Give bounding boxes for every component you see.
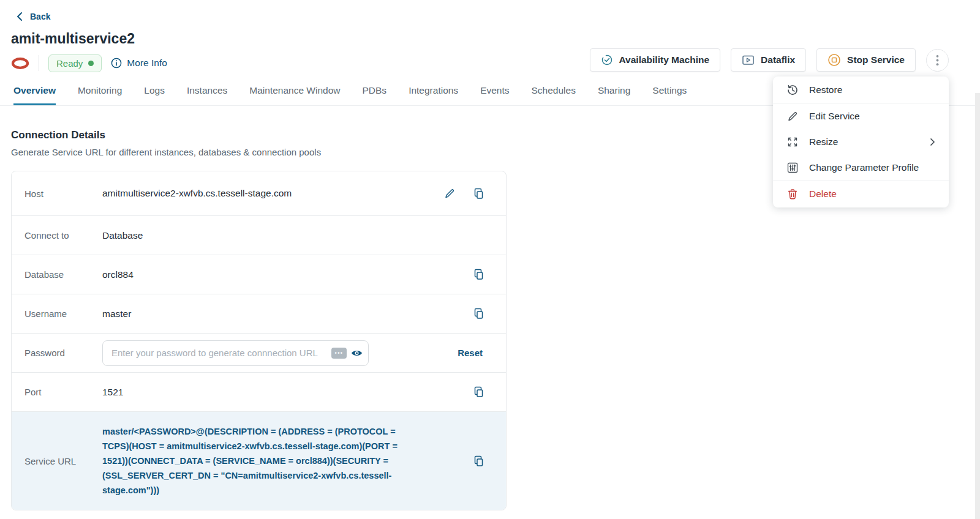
availability-machine-button[interactable]: Availability Machine [590, 48, 721, 72]
menu-item-restore-label: Restore [809, 84, 842, 95]
username-label: Username [12, 308, 102, 319]
tab-schedules[interactable]: Schedules [532, 85, 576, 105]
status-badge: Ready [48, 54, 102, 72]
truncation-ellipsis-badge: ••• [331, 348, 347, 359]
service-detail-page: Back amit-multiservice2 Ready More Info … [0, 0, 980, 519]
host-label: Host [12, 189, 102, 199]
menu-item-edit-service-label: Edit Service [809, 111, 860, 122]
copy-icon [472, 455, 484, 468]
chevron-left-icon [16, 12, 23, 21]
info-icon [111, 58, 122, 69]
stop-icon [827, 53, 841, 67]
tab-overview[interactable]: Overview [13, 85, 56, 105]
submenu-chevron-icon [930, 138, 935, 146]
copy-icon [472, 386, 484, 398]
host-value: amitmultiservice2-xwfvb.cs.tessell-stage… [102, 188, 292, 199]
connection-details-card: Host amitmultiservice2-xwfvb.cs.tessell-… [11, 171, 507, 510]
host-row: Host amitmultiservice2-xwfvb.cs.tessell-… [12, 171, 506, 216]
parameter-profile-icon [786, 162, 799, 174]
service-meta-row: Ready More Info [11, 54, 167, 72]
kebab-menu-icon [936, 54, 939, 66]
vertical-scrollbar[interactable] [975, 93, 980, 519]
status-label: Ready [56, 58, 83, 69]
eye-icon [350, 347, 363, 359]
copy-username-button[interactable] [472, 307, 484, 320]
tab-settings[interactable]: Settings [652, 85, 687, 105]
back-button[interactable]: Back [16, 12, 50, 21]
availability-machine-icon [601, 54, 613, 66]
copy-icon [472, 268, 484, 281]
database-value: orcl884 [102, 269, 134, 280]
copy-database-button[interactable] [472, 268, 484, 281]
connect-to-label: Connect to [12, 230, 102, 241]
tab-maintenance-window[interactable]: Maintenance Window [249, 85, 340, 105]
dataflix-icon [742, 54, 755, 66]
database-label: Database [12, 269, 102, 280]
tab-monitoring[interactable]: Monitoring [78, 85, 122, 105]
restore-icon [786, 84, 799, 96]
tab-pdbs[interactable]: PDBs [363, 85, 387, 105]
menu-item-resize-label: Resize [809, 136, 838, 147]
copy-service-url-button[interactable] [472, 455, 484, 468]
header-actions: Availability Machine Dataflix Stop Servi… [590, 48, 949, 72]
copy-icon [472, 307, 484, 320]
database-row: Database orcl884 [12, 255, 506, 294]
copy-port-button[interactable] [472, 386, 484, 398]
menu-item-delete[interactable]: Delete [773, 181, 949, 207]
password-input[interactable] [102, 340, 369, 366]
connect-to-row: Connect to Database [12, 216, 506, 255]
show-password-button[interactable] [350, 347, 363, 362]
status-dot-icon [88, 61, 94, 66]
copy-icon [472, 187, 484, 200]
delete-icon [786, 188, 799, 200]
username-value: master [102, 308, 131, 319]
tab-integrations[interactable]: Integrations [409, 85, 458, 105]
menu-item-restore[interactable]: Restore [773, 77, 949, 103]
divider [39, 55, 39, 71]
port-value: 1521 [102, 387, 123, 398]
port-row: Port 1521 [12, 373, 506, 412]
password-field-wrap: ••• [102, 340, 369, 366]
back-label: Back [30, 12, 50, 21]
tab-logs[interactable]: Logs [144, 85, 165, 105]
menu-item-delete-label: Delete [809, 189, 837, 200]
menu-item-change-parameter-profile[interactable]: Change Parameter Profile [773, 155, 949, 181]
tab-events[interactable]: Events [480, 85, 509, 105]
password-row: Password ••• Reset [12, 334, 506, 373]
service-url-value: master/<PASSWORD>@(DESCRIPTION = (ADDRES… [102, 413, 413, 509]
menu-item-change-parameter-profile-label: Change Parameter Profile [809, 162, 919, 173]
section-subtitle: Generate Service URL for different insta… [11, 147, 321, 157]
service-url-row: Service URL master/<PASSWORD>@(DESCRIPTI… [12, 412, 506, 510]
service-url-label: Service URL [12, 456, 102, 466]
copy-host-button[interactable] [472, 187, 484, 200]
dataflix-label: Dataflix [761, 54, 795, 65]
reset-password-link[interactable]: Reset [458, 348, 506, 358]
more-info-label: More Info [127, 58, 167, 69]
password-label: Password [12, 348, 102, 358]
tab-sharing[interactable]: Sharing [598, 85, 630, 105]
more-actions-button[interactable] [926, 49, 949, 72]
edit-host-button[interactable] [443, 187, 456, 200]
oracle-logo-icon [11, 57, 29, 70]
availability-machine-label: Availability Machine [619, 54, 710, 65]
more-info-link[interactable]: More Info [111, 58, 167, 69]
connect-to-value[interactable]: Database [102, 230, 143, 241]
menu-item-edit-service[interactable]: Edit Service [773, 103, 949, 129]
username-row: Username master [12, 294, 506, 334]
stop-service-label: Stop Service [847, 54, 905, 65]
section-title: Connection Details [11, 129, 105, 141]
port-label: Port [12, 387, 102, 397]
edit-icon [786, 110, 799, 122]
menu-item-resize[interactable]: Resize [773, 129, 949, 155]
page-title: amit-multiservice2 [11, 31, 135, 47]
tab-instances[interactable]: Instances [187, 85, 227, 105]
service-actions-menu: Restore Edit Service Resize Change Param… [773, 77, 949, 207]
dataflix-button[interactable]: Dataflix [731, 48, 806, 72]
pencil-icon [443, 187, 456, 200]
resize-icon [786, 136, 799, 148]
stop-service-button[interactable]: Stop Service [816, 48, 916, 72]
